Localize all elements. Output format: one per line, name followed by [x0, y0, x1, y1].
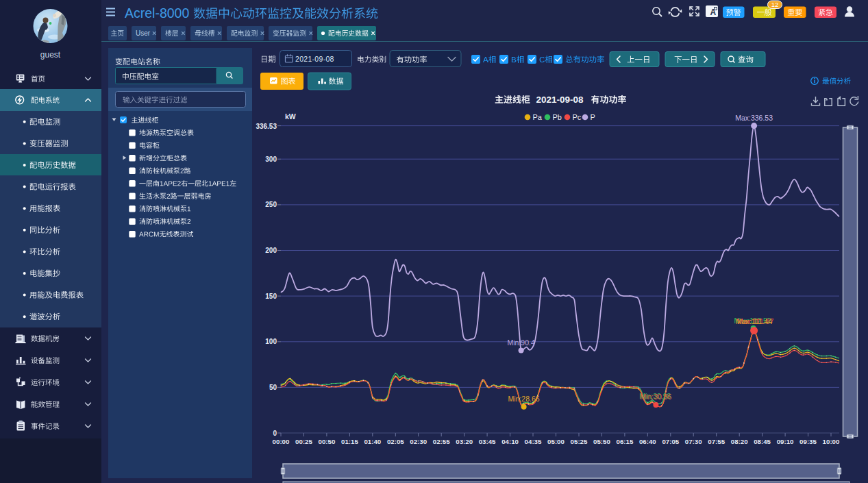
svg-text:08:45: 08:45 — [754, 438, 771, 445]
svg-text:02:30: 02:30 — [410, 438, 427, 445]
svg-text:Max:336.53: Max:336.53 — [735, 114, 773, 122]
svg-text:06:40: 06:40 — [639, 438, 656, 445]
svg-text:07:30: 07:30 — [685, 438, 702, 445]
svg-text:03:45: 03:45 — [479, 438, 496, 445]
svg-text:07:05: 07:05 — [662, 438, 679, 445]
svg-text:01:15: 01:15 — [341, 438, 358, 445]
svg-text:03:20: 03:20 — [456, 438, 473, 445]
svg-text:2021-09-08: 2021-09-08 — [295, 55, 334, 63]
svg-text:2021-09-08: 2021-09-08 — [536, 95, 584, 105]
svg-text:P: P — [591, 113, 595, 121]
svg-text:05:00: 05:00 — [547, 438, 565, 445]
svg-text:Pb: Pb — [553, 113, 562, 121]
svg-text:300: 300 — [265, 156, 277, 163]
svg-text:04:35: 04:35 — [525, 438, 542, 445]
svg-text:02:55: 02:55 — [433, 438, 450, 445]
svg-text:150: 150 — [265, 293, 277, 300]
svg-text:04:10: 04:10 — [501, 438, 519, 445]
svg-text:Max:111.44: Max:111.44 — [736, 317, 772, 325]
svg-text:200: 200 — [265, 247, 277, 254]
svg-text:05:25: 05:25 — [571, 438, 588, 445]
svg-text:00:25: 00:25 — [295, 438, 312, 445]
svg-text:05:50: 05:50 — [593, 438, 610, 445]
svg-text:09:35: 09:35 — [799, 438, 817, 445]
svg-text:00:00: 00:00 — [273, 438, 290, 445]
svg-text:336.53: 336.53 — [256, 123, 277, 130]
svg-text:06:15: 06:15 — [617, 438, 634, 445]
svg-text:Pa: Pa — [533, 113, 543, 121]
svg-text:02:05: 02:05 — [387, 438, 404, 445]
svg-text:12: 12 — [771, 1, 779, 8]
svg-text:07:55: 07:55 — [708, 438, 725, 445]
svg-text:100: 100 — [265, 338, 277, 345]
svg-text:kW: kW — [285, 112, 296, 121]
svg-text:Min:28.66: Min:28.66 — [508, 395, 540, 403]
svg-text:0: 0 — [273, 430, 277, 437]
svg-text:Pc: Pc — [573, 113, 582, 121]
svg-text:A: A — [710, 8, 717, 17]
svg-text:Acrel-8000: Acrel-8000 — [125, 5, 189, 21]
svg-text:User: User — [136, 29, 151, 37]
svg-text:08:20: 08:20 — [731, 438, 748, 445]
svg-text:01:40: 01:40 — [364, 438, 381, 445]
svg-text:250: 250 — [265, 201, 277, 208]
svg-text:guest: guest — [40, 50, 61, 60]
svg-text:50: 50 — [269, 384, 277, 391]
svg-text:00:50: 00:50 — [319, 438, 336, 445]
svg-text:Min:90.4: Min:90.4 — [507, 338, 534, 347]
svg-text:Min:30.86: Min:30.86 — [640, 393, 671, 401]
svg-text:09:10: 09:10 — [777, 438, 794, 445]
svg-text:10:00: 10:00 — [823, 438, 840, 445]
